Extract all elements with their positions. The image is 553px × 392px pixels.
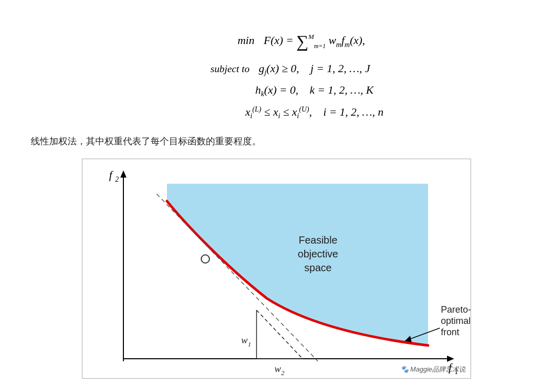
formula-content-4: xi(L) ≤ xi ≤ xi(U), i = 1, 2, …, n (245, 101, 384, 123)
formula-row-3: hk(x) = 0, k = 1, 2, …, K (180, 79, 374, 101)
optimal-point (201, 255, 209, 263)
formula-content-1: F(x) = ∑Mm=1 wmfm(x), (264, 26, 365, 58)
chart-svg: f 2 f 1 Feasible objective space Pareto-… (82, 159, 472, 379)
formula-label-subject: subject to (183, 59, 249, 79)
formula-row-1: min F(x) = ∑Mm=1 wmfm(x), (188, 26, 365, 58)
y-axis-arrow (120, 170, 126, 178)
formula-content-2: gj(x) ≥ 0, j = 1, 2, …, J (259, 58, 370, 80)
formula-row-2: subject to gj(x) ≥ 0, j = 1, 2, …, J (183, 58, 370, 80)
chart-wrapper: f 2 f 1 Feasible objective space Pareto-… (31, 159, 522, 379)
chart-outer: f 2 f 1 Feasible objective space Pareto-… (82, 159, 471, 379)
formula-content-3: hk(x) = 0, k = 1, 2, …, K (256, 79, 374, 101)
pareto-label-line1: Pareto- (441, 304, 471, 315)
pareto-label-line2: optimal (441, 316, 471, 326)
page-container: min F(x) = ∑Mm=1 wmfm(x), subject to gj(… (0, 0, 553, 392)
w1-label: w (241, 335, 248, 345)
feasible-label-line2: objective (298, 248, 338, 259)
feasible-region (167, 184, 428, 344)
feasible-label-line3: space (304, 262, 331, 273)
pareto-label-line3: front (441, 327, 459, 337)
w1-sub: 1 (248, 340, 251, 348)
formula-row-4: xi(L) ≤ xi ≤ xi(U), i = 1, 2, …, n (169, 101, 384, 123)
w2-sub: 2 (281, 369, 285, 377)
formula-label-min: min (188, 30, 254, 51)
w2-label: w (274, 363, 281, 374)
formula-block: min F(x) = ∑Mm=1 wmfm(x), subject to gj(… (31, 26, 522, 123)
chinese-text: 线性加权法，其中权重代表了每个目标函数的重要程度。 (31, 135, 522, 147)
f2-sub: 2 (115, 176, 119, 183)
feasible-label-line1: Feasible (299, 234, 337, 246)
f2-label: f (109, 168, 114, 181)
w-hypotenuse (257, 310, 303, 359)
watermark: 🐾 Maggie品牌艺术说 (400, 365, 465, 374)
